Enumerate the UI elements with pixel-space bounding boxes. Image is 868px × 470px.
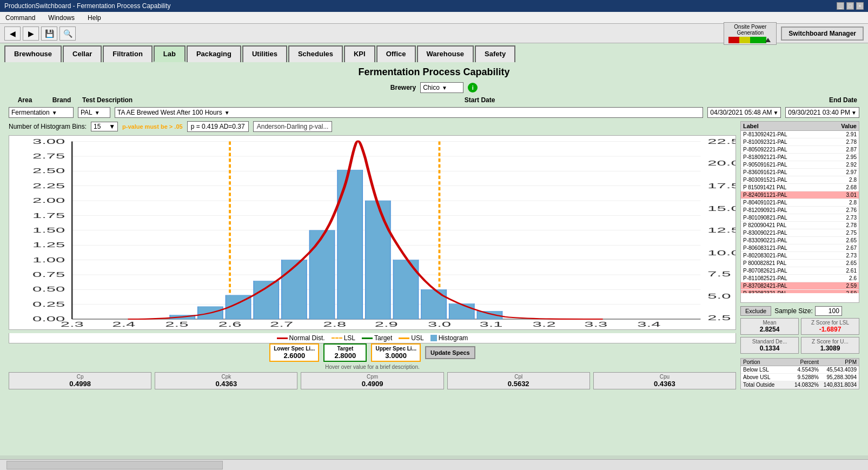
table-cell-label: P-810092321-PAL bbox=[743, 139, 819, 145]
brewery-select[interactable]: Chico ▼ bbox=[420, 82, 463, 93]
table-row[interactable]: P-802083021-PAL2.73 bbox=[741, 252, 859, 260]
table-row[interactable]: P-833090221-PAL2.65 bbox=[741, 237, 859, 244]
onsite-power-box: Onsite Power Generation bbox=[724, 22, 777, 45]
minimize-button[interactable]: _ bbox=[837, 2, 844, 10]
table-row[interactable]: P 820090421 PAL2.78 bbox=[741, 222, 859, 229]
menu-help[interactable]: Help bbox=[84, 13, 104, 23]
tab-utilities[interactable]: Utilities bbox=[242, 45, 287, 62]
update-specs-button[interactable]: Update Specs bbox=[425, 346, 475, 359]
cpu-value: 0.4363 bbox=[598, 380, 731, 388]
table-row[interactable]: P-804091021-PAL2.8 bbox=[741, 199, 859, 207]
sample-size-box: Sample Size: bbox=[774, 306, 842, 316]
table-row[interactable]: P-801090821-PAL2.73 bbox=[741, 214, 859, 222]
maximize-button[interactable]: □ bbox=[846, 2, 854, 10]
zscore-lsl-label: Z Score for LSL bbox=[805, 320, 856, 326]
stddev-box: Standard De... 0.1334 bbox=[740, 337, 799, 354]
tab-brewhouse[interactable]: Brewhouse bbox=[4, 45, 62, 62]
tab-packaging[interactable]: Packaging bbox=[187, 45, 241, 62]
table-row[interactable]: P-830090221-PAL2.75 bbox=[741, 229, 859, 237]
tab-cellar[interactable]: Cellar bbox=[63, 45, 102, 62]
table-row[interactable]: P-811082521-PAL2.6 bbox=[741, 275, 859, 282]
svg-text:3.2: 3.2 bbox=[533, 321, 556, 328]
exclude-row: Exclude Sample Size: bbox=[740, 306, 859, 316]
close-button[interactable]: × bbox=[856, 2, 864, 10]
svg-text:3.00: 3.00 bbox=[32, 138, 65, 145]
table-row[interactable]: P-803091521-PAL2.8 bbox=[741, 176, 859, 184]
target-spec-value: 2.8000 bbox=[328, 352, 362, 360]
table-row[interactable]: P-824091121-PAL3.01 bbox=[741, 191, 859, 199]
filter-row: Area Brand Test Description Start Date E… bbox=[9, 96, 859, 104]
table-cell-value: 3.01 bbox=[819, 192, 857, 198]
start-date-input[interactable]: 04/30/2021 05:48 AM ▼ bbox=[707, 107, 781, 118]
bins-select[interactable]: 15 ▼ bbox=[91, 122, 118, 131]
menu-command[interactable]: Command bbox=[2, 13, 38, 23]
power-red-segment bbox=[728, 37, 739, 43]
table-row[interactable]: P-805092221-PAL2.87 bbox=[741, 146, 859, 154]
table-row[interactable]: P-836091621-PAL2.97 bbox=[741, 169, 859, 176]
end-date-input[interactable]: 09/30/2021 03:40 PM ▼ bbox=[785, 107, 859, 118]
svg-text:2.4: 2.4 bbox=[112, 321, 135, 328]
table-row[interactable]: P-806083121-PAL2.67 bbox=[741, 244, 859, 252]
cpk-label: Cpk bbox=[160, 374, 293, 380]
table-row[interactable]: P-905091621-PAL2.92 bbox=[741, 161, 859, 169]
tab-safety[interactable]: Safety bbox=[475, 45, 515, 62]
area-label: Area bbox=[9, 96, 41, 104]
start-date-value: 04/30/2021 05:48 AM bbox=[710, 109, 772, 116]
nav-tabs: Brewhouse Cellar Filtration Lab Packagin… bbox=[0, 43, 868, 62]
horizontal-scrollbar[interactable] bbox=[6, 461, 223, 469]
table-cell-label: P-818092121-PAL bbox=[743, 154, 819, 160]
table-row[interactable]: P 800082821 PAL2.65 bbox=[741, 260, 859, 267]
table-row[interactable]: P-832082321-PAL2.59 bbox=[741, 290, 859, 293]
menu-windows[interactable]: Windows bbox=[45, 13, 78, 23]
exclude-button[interactable]: Exclude bbox=[740, 306, 771, 316]
area-select[interactable]: Fermentation ▼ bbox=[9, 107, 74, 118]
test-desc-select[interactable]: TA AE Brewed West After 100 Hours ▼ bbox=[115, 107, 703, 118]
back-button[interactable]: ◀ bbox=[4, 27, 21, 41]
svg-rect-59 bbox=[366, 201, 390, 319]
tab-warehouse[interactable]: Warehouse bbox=[417, 45, 474, 62]
table-cell-value: 2.95 bbox=[819, 154, 857, 160]
tab-office[interactable]: Office bbox=[376, 45, 416, 62]
svg-text:22.5: 22.5 bbox=[707, 138, 736, 145]
test-desc-label: Test Description bbox=[82, 96, 132, 104]
legend-usl: USL bbox=[399, 334, 423, 342]
forward-button[interactable]: ▶ bbox=[23, 27, 39, 41]
info-button[interactable]: i bbox=[468, 83, 478, 92]
svg-text:2.00: 2.00 bbox=[32, 197, 65, 204]
table-row[interactable]: P-810092321-PAL2.78 bbox=[741, 138, 859, 146]
bins-label: Number of Histogram Bins: bbox=[9, 123, 87, 130]
capability-row: Cp 0.4998 Cpk 0.4363 Cpm 0.4909 Cpl 0.56… bbox=[9, 372, 736, 389]
data-table-body[interactable]: P-813092421-PAL2.91P-810092321-PAL2.78P-… bbox=[741, 131, 859, 293]
table-row[interactable]: P-812090921-PAL2.76 bbox=[741, 207, 859, 214]
lower-spec-label: Lower Spec Li... bbox=[274, 346, 315, 352]
legend-histogram: Histogram bbox=[430, 334, 468, 342]
tab-filtration[interactable]: Filtration bbox=[103, 45, 153, 62]
sample-size-input[interactable] bbox=[815, 306, 842, 316]
power-green-segment bbox=[750, 37, 766, 43]
below-lsl-ppm: 45,543.4039 bbox=[819, 367, 857, 373]
tab-schedules[interactable]: Schedules bbox=[288, 45, 343, 62]
status-bar bbox=[0, 459, 868, 470]
cpu-box: Cpu 0.4363 bbox=[593, 372, 736, 389]
table-row[interactable]: P-818092121-PAL2.95 bbox=[741, 154, 859, 161]
mean-box: Mean 2.8254 bbox=[740, 318, 799, 335]
switchboard-manager-button[interactable]: Switchboard Manager bbox=[781, 27, 864, 41]
target-spec-box: Target 2.8000 bbox=[323, 343, 367, 362]
tab-lab[interactable]: Lab bbox=[154, 45, 185, 62]
svg-rect-62 bbox=[449, 304, 474, 319]
table-cell-label: P-801090821-PAL bbox=[743, 215, 819, 221]
tab-kpi[interactable]: KPI bbox=[344, 45, 375, 62]
svg-rect-57 bbox=[309, 230, 334, 319]
table-cell-value: 2.75 bbox=[819, 230, 857, 236]
table-row[interactable]: P-807082621-PAL2.61 bbox=[741, 267, 859, 275]
table-row[interactable]: P 815091421 PAL2.68 bbox=[741, 184, 859, 191]
save-button[interactable]: 💾 bbox=[41, 27, 57, 41]
brand-select[interactable]: PAL ▼ bbox=[78, 107, 110, 118]
table-row[interactable]: P-813092421-PAL2.91 bbox=[741, 131, 859, 138]
table-cell-value: 2.65 bbox=[819, 260, 857, 266]
spec-row: Lower Spec Li... 2.6000 Target 2.8000 Up… bbox=[9, 343, 736, 362]
search-button[interactable]: 🔍 bbox=[59, 27, 76, 41]
svg-text:1.25: 1.25 bbox=[32, 241, 65, 249]
table-row[interactable]: P-837082421-PAL2.59 bbox=[741, 282, 859, 290]
end-date-label: End Date bbox=[827, 96, 859, 104]
